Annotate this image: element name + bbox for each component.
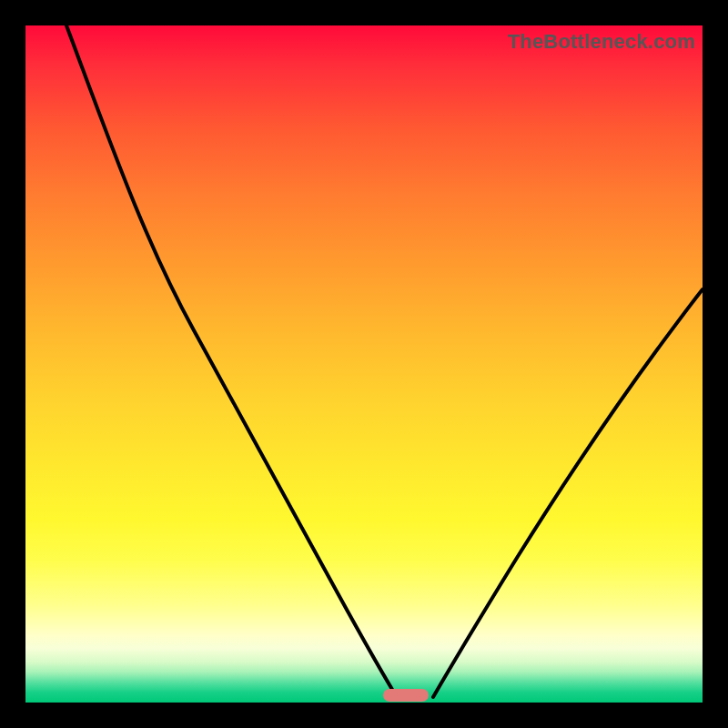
curve-right bbox=[433, 289, 703, 697]
chart-plot-area: TheBottleneck.com bbox=[25, 25, 703, 703]
optimal-marker bbox=[383, 689, 429, 702]
curve-left bbox=[66, 25, 397, 697]
bottleneck-curve bbox=[25, 25, 703, 703]
